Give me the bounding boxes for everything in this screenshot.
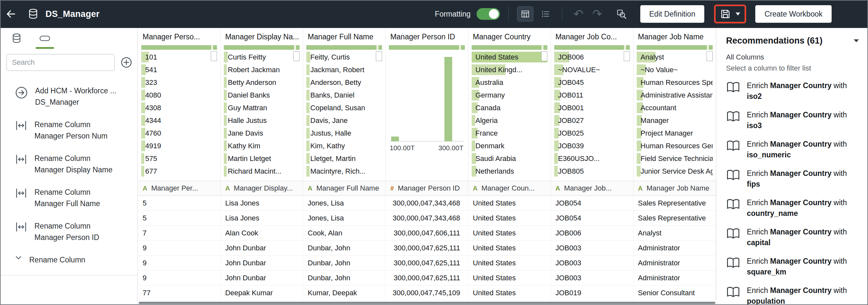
column-value[interactable]: JOB006 bbox=[554, 51, 630, 63]
table-cell[interactable]: 300,000,047,625,111 bbox=[385, 271, 468, 285]
horizontal-scrollbar[interactable] bbox=[139, 302, 715, 304]
table-cell[interactable]: United States bbox=[468, 211, 551, 225]
column-value[interactable]: Project Manager bbox=[637, 127, 713, 139]
quality-bar[interactable] bbox=[141, 45, 217, 50]
column-value[interactable]: JOB025 bbox=[554, 127, 630, 139]
table-cell[interactable]: 9 bbox=[138, 271, 221, 285]
column-value[interactable]: 575 bbox=[141, 152, 217, 165]
table-cell[interactable]: 300,000,047,343,468 bbox=[385, 196, 468, 211]
script-step[interactable]: Rename ColumnManager Person Num bbox=[0, 119, 137, 142]
column-value[interactable]: 4919 bbox=[141, 139, 217, 152]
column-value[interactable]: 323 bbox=[141, 76, 217, 89]
column-card[interactable]: Manager CountryUnited StatesUnited Kingd… bbox=[468, 28, 551, 181]
column-value[interactable]: JOB011 bbox=[554, 89, 630, 102]
table-cell[interactable]: United States bbox=[468, 196, 551, 211]
table-cell[interactable]: 7 bbox=[138, 226, 221, 240]
column-value[interactable]: Human Resources Gene... bbox=[637, 139, 713, 152]
recommendation-item[interactable]: Enrich Manager Country with fips bbox=[726, 168, 860, 190]
column-header[interactable]: AManager Per... bbox=[138, 181, 221, 195]
column-value[interactable]: 101 bbox=[141, 51, 217, 63]
column-value[interactable]: 677 bbox=[141, 165, 217, 177]
table-cell[interactable]: 300,000,047,625,111 bbox=[385, 241, 468, 255]
column-value[interactable]: Germany bbox=[472, 89, 547, 102]
back-button[interactable] bbox=[0, 0, 22, 28]
table-cell[interactable]: United States bbox=[468, 285, 551, 300]
table-cell[interactable]: Deepak Kumar bbox=[221, 285, 303, 300]
column-value[interactable]: Robert Jackman bbox=[224, 63, 300, 76]
column-value[interactable]: Jackman, Robert bbox=[306, 63, 382, 76]
column-value[interactable]: Junior Service Desk Age... bbox=[637, 165, 713, 177]
table-cell[interactable]: Sales Representative bbox=[633, 211, 716, 225]
column-value[interactable]: Guy Mattran bbox=[224, 102, 300, 114]
column-value[interactable]: Feitty, Curtis bbox=[306, 51, 382, 63]
column-value[interactable]: E360USJO... bbox=[554, 152, 630, 165]
column-value[interactable]: France bbox=[472, 127, 547, 139]
table-cell[interactable]: 9 bbox=[138, 241, 221, 255]
column-value[interactable]: Anderson, Betty bbox=[306, 76, 382, 89]
quality-bar[interactable] bbox=[637, 45, 713, 50]
save-split-button[interactable] bbox=[714, 4, 746, 23]
formatting-toggle[interactable] bbox=[476, 8, 500, 20]
quality-bar[interactable] bbox=[224, 45, 300, 50]
tab-preparation-script[interactable] bbox=[36, 28, 54, 49]
column-value[interactable]: Curtis Feitty bbox=[224, 51, 300, 63]
column-card[interactable]: Manager Perso...101541323408043084344476… bbox=[138, 28, 221, 181]
recommendation-item[interactable]: Enrich Manager Country with iso3 bbox=[726, 110, 860, 131]
table-cell[interactable]: JOB006 bbox=[551, 226, 633, 240]
column-value[interactable]: Netherlands bbox=[472, 165, 547, 177]
column-value[interactable]: Justus, Halle bbox=[306, 127, 382, 139]
column-value[interactable]: United Kingd... bbox=[472, 63, 547, 76]
card-scrollbar-thumb[interactable] bbox=[624, 51, 630, 61]
column-value[interactable]: Accountant bbox=[637, 102, 713, 114]
table-cell[interactable]: 77 bbox=[138, 285, 221, 300]
card-scrollbar-thumb[interactable] bbox=[707, 51, 713, 61]
column-value[interactable]: Macintyre, Rich... bbox=[306, 165, 382, 177]
column-value[interactable]: Kathy Kim bbox=[224, 139, 300, 152]
edit-definition-button[interactable]: Edit Definition bbox=[640, 5, 705, 23]
table-cell[interactable]: Kumar, Deepak bbox=[303, 285, 385, 300]
column-value[interactable]: Analyst bbox=[637, 51, 713, 63]
table-cell[interactable]: John Dunbar bbox=[221, 241, 303, 255]
column-value[interactable]: JOB805 bbox=[554, 165, 630, 177]
column-value[interactable]: Saudi Arabia bbox=[472, 152, 547, 165]
grid-view-button[interactable] bbox=[517, 6, 533, 22]
column-value[interactable]: JOB045 bbox=[554, 76, 630, 89]
column-value[interactable]: Copeland, Susan bbox=[306, 102, 382, 114]
column-value[interactable]: Kim, Kathy bbox=[306, 139, 382, 152]
column-value[interactable]: Australia bbox=[472, 76, 547, 89]
column-filter-selector[interactable]: All Columns bbox=[726, 53, 860, 61]
column-value[interactable]: Richard Macint... bbox=[224, 165, 300, 177]
script-step[interactable]: Rename Column bbox=[0, 254, 137, 266]
column-value[interactable]: Denmark bbox=[472, 139, 547, 152]
search-input[interactable] bbox=[6, 54, 115, 71]
script-step[interactable]: Add HCM - Workforce ...DS_Manager bbox=[0, 85, 137, 108]
table-cell[interactable]: Dunbar, John bbox=[303, 271, 385, 285]
column-value[interactable]: Manager bbox=[637, 114, 713, 127]
redo-button[interactable]: ↷ bbox=[590, 6, 605, 22]
column-value[interactable]: Canada bbox=[472, 102, 547, 114]
card-scrollbar-thumb[interactable] bbox=[376, 51, 382, 61]
table-cell[interactable]: Sales Representative bbox=[633, 196, 716, 211]
column-value[interactable]: Halle Justus bbox=[224, 114, 300, 127]
create-workbook-button[interactable]: Create Workbook bbox=[755, 5, 832, 23]
quality-bar[interactable] bbox=[306, 45, 382, 50]
column-header[interactable]: AManager Job Name bbox=[633, 181, 716, 195]
column-value[interactable]: Daniel Banks bbox=[224, 89, 300, 102]
quality-bar[interactable] bbox=[389, 45, 465, 50]
column-value[interactable]: 4308 bbox=[141, 102, 217, 114]
table-cell[interactable]: 9 bbox=[138, 256, 221, 270]
column-value[interactable]: ~NOVALUE~ bbox=[554, 63, 630, 76]
recommendation-item[interactable]: Enrich Manager Country with country_name bbox=[726, 197, 860, 219]
column-value[interactable]: JOB027 bbox=[554, 114, 630, 127]
column-value[interactable]: Algeria bbox=[472, 114, 547, 127]
column-header[interactable]: AManager Full Name bbox=[303, 181, 385, 195]
table-cell[interactable]: Jones, Lisa bbox=[303, 211, 385, 225]
column-header[interactable]: AManager Coun... bbox=[468, 181, 551, 195]
table-cell[interactable]: JOB003 bbox=[551, 241, 633, 255]
tab-data-sources[interactable] bbox=[8, 28, 25, 49]
column-value[interactable]: 541 bbox=[141, 63, 217, 76]
column-value[interactable]: Field Service Technician bbox=[637, 152, 713, 165]
script-step[interactable]: Rename ColumnManager Full Name bbox=[0, 187, 137, 210]
card-scrollbar-thumb[interactable] bbox=[211, 51, 217, 61]
collapse-panel-caret-icon[interactable] bbox=[853, 39, 860, 43]
